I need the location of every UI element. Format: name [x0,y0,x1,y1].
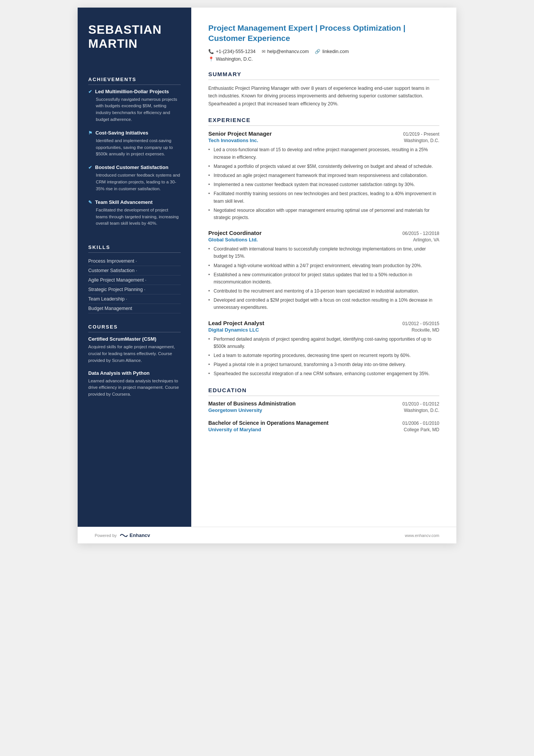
exp-dates: 06/2015 - 12/2018 [403,231,439,236]
main-title: Project Management Expert | Process Opti… [208,23,439,44]
contact-location-row: 📍 Washington, D.C. [208,56,439,62]
edu-school: University of Maryland [208,427,261,432]
footer: Powered by Enhancv www.enhancv.com [78,527,456,543]
edu-degree: Master of Business Administration [208,401,296,407]
exp-bullet: Led a cross-functional team of 15 to dev… [208,146,439,161]
experience-list: Senior Project Manager 01/2019 - Present… [208,130,439,377]
achievement-item: ⚑ Cost-Saving Initiatives Identified and… [88,130,181,158]
exp-location: Arlington, VA [413,237,439,243]
achievement-title: Cost-Saving Initiatives [95,130,148,136]
skill-item: Strategic Project Planning · [88,285,181,294]
skill-label: Budget Management [88,306,132,311]
contact-location: 📍 Washington, D.C. [208,56,253,62]
exp-location: Rockville, MD [412,327,439,333]
achievement-icon: ⚑ [88,130,92,136]
education-block: Master of Business Administration 01/201… [208,401,439,413]
achievement-icon: ✔ [88,165,92,170]
summary-text: Enthusiastic Project Planning Manager wi… [208,85,439,108]
education-heading: EDUCATION [208,387,439,396]
linkedin-icon: 🔗 [315,49,320,54]
contact-row: 📞 +1-(234)-555-1234 ✉ help@enhancv.com 🔗… [208,49,439,54]
exp-bullet: Managed a portfolio of projects valued a… [208,163,439,170]
contact-linkedin: 🔗 linkedin.com [315,49,348,54]
exp-dates: 01/2012 - 05/2015 [403,321,439,326]
footer-url: www.enhancv.com [405,533,439,538]
experience-block: Project Coordinator 06/2015 - 12/2018 Gl… [208,230,439,311]
achievement-desc: Facilitated the development of project t… [88,207,181,227]
experience-block: Lead Project Analyst 01/2012 - 05/2015 D… [208,320,439,378]
candidate-name: SEBASTIAN MARTIN [88,23,181,51]
skill-item: Agile Project Management · [88,275,181,285]
skill-label: Process Improvement · [88,258,137,264]
exp-company: Tech Innovations Inc. [208,138,258,143]
skill-item: Budget Management [88,304,181,313]
achievement-item: ✔ Boosted Customer Satisfaction Introduc… [88,164,181,192]
skill-item: Customer Satisfaction · [88,266,181,275]
enhancv-logo-icon [120,533,128,538]
course-item: Certified ScrumMaster (CSM) Acquired ski… [88,336,181,364]
exp-bullet: Facilitated monthly training sessions on… [208,190,439,205]
achievements-list: ✔ Led Multimillion-Dollar Projects Succe… [88,89,181,234]
location-icon: 📍 [208,56,214,62]
skill-label: Strategic Project Planning · [88,287,145,292]
experience-block: Senior Project Manager 01/2019 - Present… [208,130,439,221]
course-item: Data Analysis with Python Learned advanc… [88,370,181,398]
skill-item: Team Leadership · [88,294,181,304]
skill-label: Agile Project Management · [88,277,147,283]
contact-phone: 📞 +1-(234)-555-1234 [208,49,256,54]
courses-heading: COURSES [88,324,181,332]
course-title: Data Analysis with Python [88,370,181,376]
course-desc: Learned advanced data analysis technique… [88,378,181,398]
exp-bullet: Developed and controlled a $2M project b… [208,297,439,311]
course-desc: Acquired skills for agile project manage… [88,344,181,364]
main-content: Project Management Expert | Process Opti… [191,8,456,527]
skill-item: Process Improvement · [88,257,181,266]
exp-bullet: Contributed to the recruitment and mento… [208,288,439,295]
summary-heading: SUMMARY [208,71,439,80]
exp-bullets-list: Coordinated with international teams to … [208,246,439,311]
exp-bullet: Played a pivotal role in a project turna… [208,361,439,368]
exp-bullet: Introduced an agile project management f… [208,172,439,179]
exp-job-title: Lead Project Analyst [208,320,264,326]
exp-bullet: Negotiated resource allocation with uppe… [208,207,439,221]
education-block: Bachelor of Science in Operations Manage… [208,420,439,432]
exp-bullet: Led a team to automate reporting procedu… [208,352,439,359]
edu-dates: 01/2010 - 01/2012 [403,401,439,407]
achievement-title: Boosted Customer Satisfaction [95,164,169,170]
contact-email: ✉ help@enhancv.com [262,49,309,54]
edu-degree: Bachelor of Science in Operations Manage… [208,420,328,426]
edu-location: College Park, MD [404,427,439,432]
achievement-item: ✔ Led Multimillion-Dollar Projects Succe… [88,89,181,123]
courses-list: Certified ScrumMaster (CSM) Acquired ski… [88,336,181,404]
education-list: Master of Business Administration 01/201… [208,401,439,432]
edu-school: Georgetown University [208,407,262,413]
exp-bullet: Implemented a new customer feedback syst… [208,181,439,188]
skills-heading: SKILLS [88,244,181,253]
achievement-title: Led Multimillion-Dollar Projects [95,89,169,94]
exp-job-title: Senior Project Manager [208,130,272,137]
exp-company: Digital Dynamics LLC [208,327,259,333]
exp-bullet: Coordinated with international teams to … [208,246,439,260]
sidebar: SEBASTIAN MARTIN ACHIEVEMENTS ✔ Led Mult… [78,8,191,527]
experience-heading: EXPERIENCE [208,117,439,126]
achievements-heading: ACHIEVEMENTS [88,77,181,85]
achievement-item: ✎ Team Skill Advancement Facilitated the… [88,199,181,227]
exp-dates: 01/2019 - Present [403,131,439,137]
exp-bullet: Spearheaded the successful integration o… [208,370,439,377]
skills-list: Process Improvement ·Customer Satisfacti… [88,257,181,313]
exp-bullets-list: Led a cross-functional team of 15 to dev… [208,146,439,221]
exp-bullet: Managed a high-volume workload within a … [208,262,439,269]
exp-job-title: Project Coordinator [208,230,262,236]
achievement-desc: Introduced customer feedback systems and… [88,172,181,192]
exp-bullet: Performed detailed analysis of project s… [208,336,439,350]
phone-icon: 📞 [208,49,214,54]
achievement-desc: Successfully navigated numerous projects… [88,96,181,123]
achievement-title: Team Skill Advancement [95,199,153,205]
exp-bullets-list: Performed detailed analysis of project s… [208,336,439,378]
exp-location: Washington, D.C. [404,138,439,143]
email-icon: ✉ [262,49,265,54]
achievement-icon: ✎ [88,200,92,205]
skill-label: Customer Satisfaction · [88,268,137,273]
edu-dates: 01/2006 - 01/2010 [403,421,439,426]
edu-location: Washington, D.C. [404,408,439,413]
